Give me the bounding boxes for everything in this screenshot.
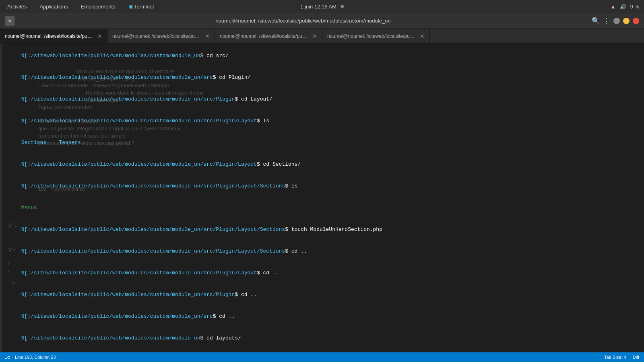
term-line-9: N[:/siteweb/localsite/public/web/modules…: [2, 219, 642, 241]
system-bar: Activités Applications Emplacements ▣ Te…: [0, 0, 644, 13]
ls-output-1: Sections Teasers: [21, 140, 81, 146]
cmd-9: $ touch ModuleUnHeroSection.php: [285, 226, 382, 232]
terminal-icon: ✕: [5, 16, 14, 26]
tab-4-close[interactable]: ✕: [420, 33, 425, 39]
volume-icon: 🔊: [620, 4, 626, 10]
path-2: N[:/siteweb/localsite/public/web/modules…: [21, 74, 213, 80]
cmd-13: $ cd ..: [213, 313, 235, 319]
system-bar-right: ▲ 🔊 9 %: [611, 4, 639, 10]
close-button[interactable]: [633, 18, 639, 24]
tab-2[interactable]: noumel@noumel: /siteweb/localsite/public…: [107, 29, 215, 43]
git-branch-icon: ⎇: [5, 355, 10, 360]
wifi-icon: ▲: [611, 4, 616, 10]
term-line-15: N[:/siteweb/localsite/public/web/modules…: [2, 349, 642, 352]
maximize-button[interactable]: [623, 18, 630, 24]
tab-2-close[interactable]: ✕: [205, 33, 210, 39]
cmd-3: $ cd Layout/: [235, 96, 272, 102]
terminal-content[interactable]: Voici ce en image ce que vous devez fair…: [0, 43, 644, 352]
path-7: N[:/siteweb/localsite/public/web/modules…: [21, 183, 285, 189]
system-bar-left: Activités Applications Emplacements ▣ Te…: [5, 3, 156, 10]
path-12: N[:/siteweb/localsite/public/web/modules…: [21, 292, 235, 298]
cmd-10: $ cd ..: [285, 248, 307, 254]
term-line-2: N[:/siteweb/localsite/public/web/modules…: [2, 67, 642, 88]
ls-output-2: Menus: [21, 205, 37, 211]
status-bar-left: ⎇ Line 193, Column 23: [5, 355, 56, 360]
status-bar-right: Tab Size: 4 Diff: [604, 355, 639, 360]
term-line-5-output: Sections Teasers: [2, 132, 642, 154]
tab-4-label: noumel@noumel: /siteweb/localsite/public…: [327, 33, 416, 39]
cmd-1: $ cd src/: [200, 53, 229, 59]
status-bar: ⎇ Line 193, Column 23 Tab Size: 4 Diff: [0, 352, 644, 362]
path-13: N[:/siteweb/localsite/public/web/modules…: [21, 313, 213, 319]
terminal-window: ✕ noumel@noumel: /siteweb/localsite/publ…: [0, 13, 644, 362]
diff-label: Diff: [633, 355, 639, 360]
tab-4[interactable]: noumel@noumel: /siteweb/localsite/public…: [322, 29, 430, 43]
term-line-13: N[:/siteweb/localsite/public/web/modules…: [2, 306, 642, 327]
path-6: N[:/siteweb/localsite/public/web/modules…: [21, 161, 257, 167]
term-line-11: N[:/siteweb/localsite/public/web/modules…: [2, 262, 642, 284]
applications-menu[interactable]: Applications: [37, 3, 70, 10]
title-bar: ✕ noumel@noumel: /siteweb/localsite/publ…: [0, 13, 644, 29]
tab-1[interactable]: noumel@noumel: /siteweb/localsite/public…: [0, 29, 107, 43]
search-button[interactable]: 🔍: [592, 17, 600, 25]
tab-3-close[interactable]: ✕: [312, 33, 317, 39]
term-line-1: N[:/siteweb/localsite/public/web/modules…: [2, 45, 642, 67]
cmd-2: $ cd Plugin/: [213, 74, 251, 80]
tab-3-label: noumel@noumel: /siteweb/localsite/public…: [220, 33, 308, 39]
term-line-6: N[:/siteweb/localsite/public/web/modules…: [2, 154, 642, 175]
cmd-4: $ ls: [257, 118, 269, 124]
datetime: 1 juin 12:16 AM: [300, 4, 336, 10]
tabs-bar: noumel@noumel: /siteweb/localsite/public…: [0, 29, 644, 43]
path-9: N[:/siteweb/localsite/public/web/modules…: [21, 226, 285, 232]
tab-1-close[interactable]: ✕: [97, 33, 102, 39]
tab-2-label: noumel@noumel: /siteweb/localsite/public…: [112, 33, 201, 39]
minimize-button[interactable]: [613, 18, 620, 24]
tab-size: Tab Size: 4: [604, 355, 626, 360]
term-line-12: N[:/siteweb/localsite/public/web/modules…: [2, 284, 642, 306]
window-title: noumel@noumel: /siteweb/localsite/public…: [14, 18, 592, 24]
path-14: N[:/siteweb/localsite/public/web/modules…: [21, 335, 200, 341]
sidebar-edge: [0, 43, 2, 352]
path-11: N[:/siteweb/localsite/public/web/modules…: [21, 270, 257, 276]
battery-indicator: 9 %: [630, 4, 639, 10]
cmd-14: $ cd layouts/: [200, 335, 241, 341]
cmd-12: $ cd ..: [235, 292, 257, 298]
emplacements-menu[interactable]: Emplacements: [78, 3, 118, 10]
term-line-10: N[:/siteweb/localsite/public/web/modules…: [2, 241, 642, 262]
term-line-8-output: Menus: [2, 197, 642, 219]
cmd-6: $ cd Sections/: [257, 161, 301, 167]
term-line-7: N[:/siteweb/localsite/public/web/modules…: [2, 175, 642, 197]
cmd-7: $ ls: [285, 183, 297, 189]
term-line-4: N[:/siteweb/localsite/public/web/modules…: [2, 110, 642, 132]
tab-3[interactable]: noumel@noumel: /siteweb/localsite/public…: [215, 29, 322, 43]
path-1: N[:/siteweb/localsite/public/web/modules…: [21, 53, 200, 59]
term-line-3: N[:/siteweb/localsite/public/web/modules…: [2, 88, 642, 110]
activities-menu[interactable]: Activités: [5, 3, 29, 10]
menu-button[interactable]: ⋮: [603, 16, 610, 25]
system-bar-center: 1 juin 12:16 AM: [300, 4, 344, 10]
window-controls: 🔍 ⋮: [592, 16, 639, 25]
path-10: N[:/siteweb/localsite/public/web/modules…: [21, 248, 285, 254]
path-3: N[:/siteweb/localsite/public/web/modules…: [21, 96, 235, 102]
tab-1-label: noumel@noumel: /siteweb/localsite/public…: [5, 33, 93, 39]
terminal-menu[interactable]: ▣ Terminal: [126, 3, 157, 10]
notification-dot: [341, 5, 344, 8]
term-line-14: N[:/siteweb/localsite/public/web/modules…: [2, 327, 642, 349]
cmd-11: $ cd ..: [257, 270, 279, 276]
cursor-position: Line 193, Column 23: [15, 355, 56, 360]
path-4: N[:/siteweb/localsite/public/web/modules…: [21, 118, 257, 124]
